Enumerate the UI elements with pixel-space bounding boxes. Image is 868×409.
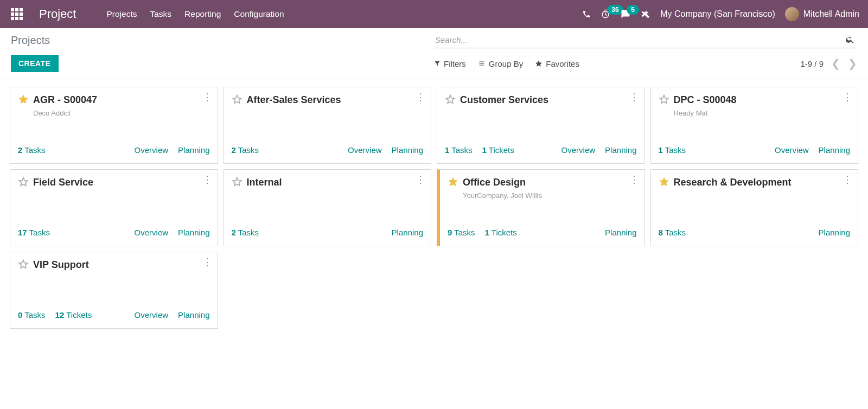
voip-button[interactable] (582, 10, 591, 18)
project-card[interactable]: Customer Services⋮1 Tasks1 TicketsOvervi… (437, 87, 645, 164)
planning-link[interactable]: Planning (392, 145, 423, 155)
card-menu-button[interactable]: ⋮ (843, 94, 852, 100)
tasks-link[interactable]: 0 Tasks (18, 310, 46, 319)
card-menu-button[interactable]: ⋮ (202, 259, 212, 265)
project-kanban: AGR - S00047Deco Addict⋮2 TasksOverviewP… (0, 79, 868, 336)
project-title[interactable]: After-Sales Services (247, 94, 341, 106)
project-title[interactable]: Office Design (463, 176, 526, 188)
search-input[interactable] (434, 33, 843, 47)
project-card[interactable]: Research & Development⋮8 TasksPlanning (650, 169, 859, 246)
planning-link[interactable]: Planning (819, 228, 850, 237)
control-panel: Projects CREATE Filters Group By Favorit… (0, 28, 868, 79)
favorite-star-icon[interactable] (232, 94, 242, 105)
overview-link[interactable]: Overview (135, 228, 169, 237)
tasks-link[interactable]: 2 Tasks (18, 145, 46, 155)
card-footer: 17 TasksOverviewPlanning (10, 221, 218, 246)
project-card[interactable]: After-Sales Services⋮2 TasksOverviewPlan… (224, 87, 432, 164)
planning-link[interactable]: Planning (178, 228, 209, 237)
card-head: Research & Development⋮ (651, 170, 858, 193)
project-title[interactable]: Internal (247, 176, 282, 188)
pager-value[interactable]: 1-9 / 9 (800, 59, 824, 68)
planning-link[interactable]: Planning (605, 145, 636, 155)
create-button[interactable]: CREATE (11, 55, 59, 72)
project-card[interactable]: Field Service⋮17 TasksOverviewPlanning (10, 169, 218, 246)
planning-link[interactable]: Planning (178, 145, 209, 155)
favorites-button[interactable]: Favorites (535, 59, 579, 68)
top-navbar: Project Projects Tasks Reporting Configu… (0, 0, 868, 28)
favorite-star-icon[interactable] (18, 94, 29, 105)
tasks-link[interactable]: 1 Tasks (445, 145, 473, 155)
project-card[interactable]: AGR - S00047Deco Addict⋮2 TasksOverviewP… (10, 87, 218, 164)
menu-configuration[interactable]: Configuration (234, 9, 284, 19)
project-subtitle: YourCompany, Joel Willis (463, 191, 637, 200)
apps-grid-icon (11, 8, 23, 20)
favorite-star-icon[interactable] (659, 94, 669, 105)
project-title[interactable]: Field Service (33, 176, 93, 188)
favorite-star-icon[interactable] (659, 176, 669, 187)
messaging-button[interactable]: 5 (620, 9, 631, 19)
timer-button[interactable]: 36 (601, 9, 610, 19)
tickets-link[interactable]: 12 Tickets (55, 310, 92, 319)
favorite-star-icon[interactable] (18, 259, 29, 270)
overview-link[interactable]: Overview (775, 145, 809, 155)
tasks-link[interactable]: 8 Tasks (659, 228, 686, 237)
planning-link[interactable]: Planning (392, 228, 423, 237)
project-title[interactable]: DPC - S00048 (674, 94, 737, 106)
project-title[interactable]: VIP Support (33, 259, 89, 271)
card-footer: 8 TasksPlanning (651, 221, 858, 246)
overview-link[interactable]: Overview (135, 145, 169, 155)
nav-right: 36 5 My Company (San Francisco) Mitchell… (582, 7, 859, 21)
user-name: Mitchell Admin (803, 9, 859, 19)
apps-menu-button[interactable] (9, 6, 25, 22)
tasks-link[interactable]: 17 Tasks (18, 228, 50, 237)
tasks-link[interactable]: 9 Tasks (448, 228, 475, 237)
planning-link[interactable]: Planning (819, 145, 850, 155)
tools-icon (641, 9, 650, 19)
project-title[interactable]: AGR - S00047 (33, 94, 97, 106)
menu-reporting[interactable]: Reporting (184, 9, 221, 19)
card-menu-button[interactable]: ⋮ (202, 94, 212, 100)
search-button[interactable] (843, 33, 857, 47)
card-menu-button[interactable]: ⋮ (843, 176, 852, 183)
debug-button[interactable] (641, 9, 650, 19)
pager-next[interactable]: ❯ (848, 57, 857, 70)
tickets-link[interactable]: 1 Tickets (482, 145, 514, 155)
menu-tasks[interactable]: Tasks (150, 9, 171, 19)
project-card[interactable]: DPC - S00048Ready Mat⋮1 TasksOverviewPla… (650, 87, 859, 164)
user-menu[interactable]: Mitchell Admin (785, 7, 859, 21)
project-title[interactable]: Research & Development (674, 176, 792, 188)
favorite-star-icon[interactable] (448, 176, 458, 187)
project-card[interactable]: Internal⋮2 TasksPlanning (224, 169, 432, 246)
overview-link[interactable]: Overview (348, 145, 382, 155)
menu-projects[interactable]: Projects (106, 9, 137, 19)
filters-button[interactable]: Filters (434, 59, 466, 68)
favorite-star-icon[interactable] (445, 94, 456, 105)
planning-link[interactable]: Planning (605, 228, 636, 237)
app-brand[interactable]: Project (39, 7, 76, 21)
project-card[interactable]: Office DesignYourCompany, Joel Willis⋮9 … (437, 169, 645, 246)
favorite-star-icon[interactable] (18, 176, 29, 187)
card-menu-button[interactable]: ⋮ (629, 176, 639, 183)
overview-link[interactable]: Overview (561, 145, 596, 155)
project-title[interactable]: Customer Services (460, 94, 548, 106)
card-head: DPC - S00048Ready Mat⋮ (651, 87, 858, 122)
card-menu-button[interactable]: ⋮ (416, 176, 425, 183)
favorite-star-icon[interactable] (232, 176, 242, 187)
tasks-link[interactable]: 1 Tasks (659, 145, 686, 155)
search-bar (434, 33, 857, 48)
search-icon (845, 35, 855, 44)
project-card[interactable]: VIP Support⋮0 Tasks12 TicketsOverviewPla… (10, 252, 218, 329)
groupby-button[interactable]: Group By (478, 59, 523, 68)
card-head: VIP Support⋮ (10, 252, 218, 275)
card-menu-button[interactable]: ⋮ (416, 94, 425, 100)
card-head: Internal⋮ (224, 170, 431, 193)
card-menu-button[interactable]: ⋮ (629, 94, 639, 100)
tasks-link[interactable]: 2 Tasks (232, 145, 259, 155)
pager-prev[interactable]: ❮ (831, 57, 840, 70)
tasks-link[interactable]: 2 Tasks (232, 228, 259, 237)
company-switcher[interactable]: My Company (San Francisco) (660, 9, 775, 19)
tickets-link[interactable]: 1 Tickets (485, 228, 517, 237)
card-menu-button[interactable]: ⋮ (202, 176, 212, 183)
planning-link[interactable]: Planning (178, 310, 209, 319)
overview-link[interactable]: Overview (135, 310, 169, 319)
